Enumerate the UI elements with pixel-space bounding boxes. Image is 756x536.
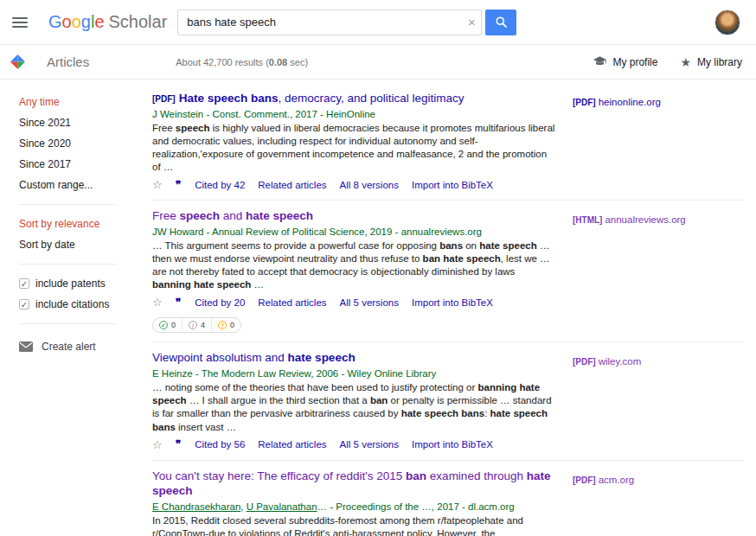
scite-segment: ?0	[212, 318, 240, 332]
tab-articles[interactable]: Articles	[47, 54, 89, 69]
star-icon: ★	[680, 56, 691, 68]
top-header: GoogleScholar ×	[0, 0, 756, 45]
include-toggle-list: ✓include patents✓include citations	[0, 273, 152, 315]
search-icon	[495, 16, 508, 29]
result-title-link[interactable]: Viewpoint absolutism and hate speech	[152, 351, 356, 364]
fulltext-format-tag: [PDF]	[573, 475, 596, 485]
result-byline[interactable]: J Weinstein - Const. Comment., 2017 - He…	[152, 109, 555, 119]
result-title: Viewpoint absolutism and hate speech	[152, 350, 555, 366]
results-list: [PDF]Hate speech bans, democracy, and po…	[152, 80, 744, 536]
fulltext-format-tag: [PDF]	[573, 357, 596, 367]
result-main: You can't stay here: The efficacy of red…	[152, 469, 555, 536]
toolbar-right: My profile ★ My library	[593, 56, 742, 68]
user-avatar[interactable]	[714, 10, 740, 35]
scite-count: 0	[230, 321, 234, 329]
save-star-icon[interactable]: ☆	[152, 296, 163, 309]
result-byline[interactable]: E Chandrasekharan, U Pavalanathan… - Pro…	[152, 501, 555, 512]
graduation-cap-icon	[593, 56, 606, 67]
checkbox-icon[interactable]: ✓	[19, 299, 29, 309]
result-main: Free speech and hate speech JW Howard - …	[152, 208, 555, 333]
scite-citation-badge[interactable]: ✓0/4?0	[152, 317, 241, 333]
include-toggle[interactable]: ✓include citations	[0, 294, 152, 315]
result-action-link[interactable]: All 8 versions	[340, 180, 399, 190]
clear-search-icon[interactable]: ×	[464, 15, 478, 29]
results-toolbar: Articles About 42,700 results (0.08 sec)…	[0, 45, 756, 80]
result-action-link[interactable]: All 5 versions	[340, 439, 399, 450]
result-action-link[interactable]: Related articles	[258, 180, 326, 190]
result-action-link[interactable]: Cited by 42	[195, 180, 245, 190]
hamburger-menu-icon[interactable]	[12, 15, 28, 30]
result-snippet: … noting some of the theories that have …	[152, 381, 555, 434]
search-button[interactable]	[485, 10, 516, 35]
result-format-tag: [PDF]	[152, 94, 176, 104]
result-main: [PDF]Hate speech bans, democracy, and po…	[152, 91, 555, 191]
create-alert-label: Create alert	[42, 341, 96, 353]
result-action-link[interactable]: Import into BibTeX	[412, 180, 493, 190]
cite-quote-icon[interactable]: ❞	[176, 297, 182, 309]
result-side-column: [PDF]acm.org	[555, 469, 744, 536]
result-action-link[interactable]: Cited by 20	[195, 297, 245, 308]
sidebar-filter-item[interactable]: Since 2017	[0, 154, 152, 175]
checkbox-icon[interactable]: ✓	[19, 278, 29, 289]
search-result: You can't stay here: The efficacy of red…	[152, 461, 744, 536]
result-byline[interactable]: E Heinze - The Modern Law Review, 2006 -…	[152, 368, 555, 379]
save-star-icon[interactable]: ☆	[152, 178, 163, 191]
my-profile-label: My profile	[612, 56, 657, 68]
result-action-link[interactable]: All 5 versions	[340, 297, 399, 308]
sidebar-divider	[19, 264, 116, 265]
result-title-link[interactable]: You can't stay here: The efficacy of red…	[152, 469, 550, 498]
sidebar-divider	[19, 323, 116, 324]
sidebar-filter-item[interactable]: Since 2020	[0, 133, 152, 154]
sidebar-filter-item[interactable]: Custom range...	[0, 175, 152, 195]
result-title-link[interactable]: Free speech and hate speech	[152, 209, 313, 222]
result-action-link[interactable]: Related articles	[258, 439, 326, 450]
result-snippet: Free speech is highly valued in liberal …	[152, 122, 555, 175]
scholar-logo-text: Scholar	[109, 12, 168, 31]
results-stats: About 42,700 results (0.08 sec)	[176, 57, 308, 67]
scholar-diamond-icon[interactable]	[10, 54, 25, 69]
result-action-link[interactable]: Import into BibTeX	[412, 297, 493, 308]
content-area: Any timeSince 2021Since 2020Since 2017Cu…	[0, 80, 756, 536]
fulltext-domain: heinonline.org	[599, 97, 661, 107]
save-star-icon[interactable]: ☆	[152, 438, 163, 451]
result-action-link[interactable]: Cited by 56	[195, 439, 245, 450]
result-title: [PDF]Hate speech bans, democracy, and po…	[152, 91, 555, 106]
include-toggle[interactable]: ✓include patents	[0, 273, 152, 294]
result-title-link[interactable]: Hate speech bans, democracy, and politic…	[179, 92, 464, 105]
result-snippet: … This argument seems to provide a power…	[152, 239, 555, 292]
fulltext-domain: annualreviews.org	[605, 214, 685, 225]
result-fulltext-link[interactable]: [HTML]annualreviews.org	[573, 214, 686, 225]
envelope-icon	[19, 341, 33, 352]
result-fulltext-link[interactable]: [PDF]heinonline.org	[573, 97, 661, 107]
cite-quote-icon[interactable]: ❞	[176, 438, 182, 450]
checkbox-label: include patents	[35, 278, 106, 290]
sidebar-filter-item[interactable]: Sort by relevance	[0, 214, 152, 234]
create-alert-button[interactable]: Create alert	[0, 333, 152, 353]
search-bar: ×	[177, 10, 516, 35]
google-scholar-logo[interactable]: GoogleScholar	[48, 12, 167, 32]
scite-mentioning-icon: /	[189, 321, 197, 329]
scite-count: 4	[201, 321, 205, 329]
fulltext-format-tag: [PDF]	[573, 98, 596, 107]
my-library-link[interactable]: ★ My library	[680, 56, 742, 68]
fulltext-domain: acm.org	[599, 475, 635, 485]
search-input[interactable]	[177, 10, 482, 35]
fulltext-domain: wiley.com	[599, 356, 642, 367]
result-snippet: In 2015, Reddit closed several subreddit…	[152, 514, 555, 536]
result-title: Free speech and hate speech	[152, 208, 555, 224]
my-profile-link[interactable]: My profile	[593, 56, 657, 68]
result-side-column: [PDF]wiley.com	[555, 350, 744, 450]
result-byline[interactable]: JW Howard - Annual Review of Political S…	[152, 227, 555, 237]
result-actions: ☆ ❞ Cited by 42Related articlesAll 8 ver…	[152, 178, 555, 191]
my-library-label: My library	[697, 56, 742, 68]
result-fulltext-link[interactable]: [PDF]acm.org	[573, 475, 634, 485]
result-action-link[interactable]: Related articles	[258, 297, 326, 308]
search-result: Viewpoint absolutism and hate speech E H…	[152, 342, 744, 460]
sidebar-filter-item[interactable]: Any time	[0, 92, 152, 112]
scite-segment: ✓0	[153, 318, 183, 332]
result-action-link[interactable]: Import into BibTeX	[412, 439, 493, 450]
result-fulltext-link[interactable]: [PDF]wiley.com	[573, 356, 641, 367]
sidebar-filter-item[interactable]: Since 2021	[0, 112, 152, 133]
sidebar-filter-item[interactable]: Sort by date	[0, 234, 152, 255]
cite-quote-icon[interactable]: ❞	[176, 179, 182, 191]
